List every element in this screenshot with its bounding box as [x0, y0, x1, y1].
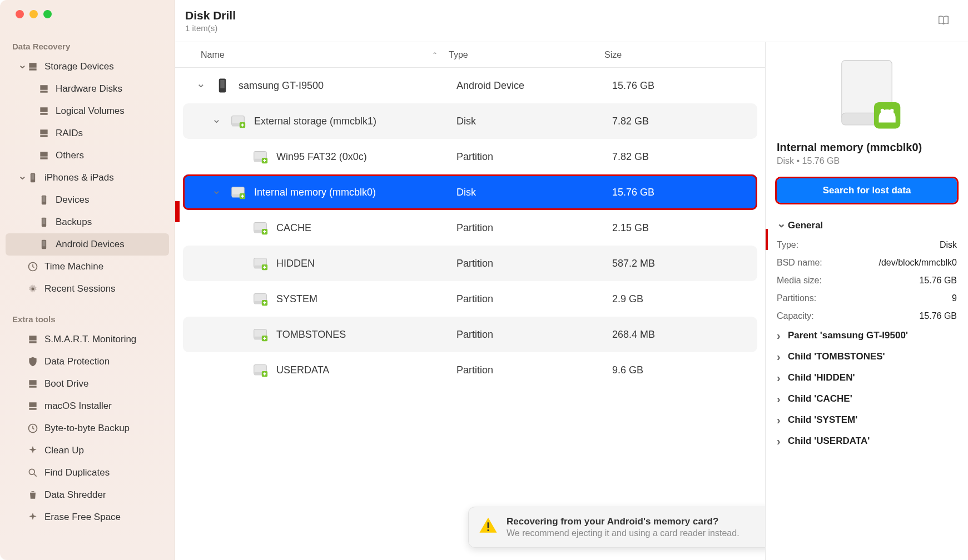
- sidebar-item-data-shredder[interactable]: Data Shredder: [6, 484, 169, 506]
- row-size: 587.2 MB: [612, 258, 757, 269]
- sidebar-item-logical-volumes[interactable]: Logical Volumes: [6, 100, 169, 122]
- chevron-right-icon: [777, 393, 785, 404]
- section-child-tombstones[interactable]: Child 'TOMBSTONES': [777, 346, 957, 367]
- section-child-cache[interactable]: Child 'CACHE': [777, 388, 957, 409]
- phone-icon: [38, 239, 50, 250]
- disk-icon: [38, 106, 50, 117]
- sidebar-item-time-machine[interactable]: Time Machine: [6, 256, 169, 278]
- details-title: Internal memory (mmcblk0): [777, 141, 957, 154]
- help-icon[interactable]: [936, 14, 951, 28]
- row-size: 15.76 GB: [612, 187, 757, 198]
- sidebar-item-android-devices[interactable]: Android Devices: [6, 233, 169, 256]
- table-row[interactable]: Internal memory (mmcblk0)Disk15.76 GB: [183, 174, 757, 210]
- row-type: Disk: [456, 187, 612, 198]
- column-name[interactable]: Name ⌃: [175, 50, 449, 60]
- chevron-down-icon[interactable]: [212, 116, 222, 127]
- row-size: 7.82 GB: [612, 116, 757, 127]
- table-row[interactable]: Win95 FAT32 (0x0c)Partition7.82 GB: [183, 139, 757, 174]
- disk-icon: [27, 61, 39, 72]
- sidebar-item-backups[interactable]: Backups: [6, 211, 169, 233]
- sidebar-item-label: Devices: [56, 194, 89, 206]
- phone-icon: [214, 77, 231, 94]
- table-row[interactable]: HIDDENPartition587.2 MB: [183, 246, 757, 281]
- sidebar-item-hardware-disks[interactable]: Hardware Disks: [6, 78, 169, 100]
- toast-title: Recovering from your Android's memory ca…: [507, 516, 739, 527]
- chevron-right-icon: [777, 436, 785, 447]
- sidebar-item-byte-backup[interactable]: Byte-to-byte Backup: [6, 417, 169, 439]
- toast-body: We recommend ejecting it and using a car…: [507, 528, 739, 538]
- phone-icon: [38, 194, 50, 206]
- sidebar-item-erase-free-space[interactable]: Erase Free Space: [6, 506, 169, 528]
- sidebar-item-clean-up[interactable]: Clean Up: [6, 439, 169, 462]
- selected-drive-icon: [831, 56, 903, 133]
- table-row[interactable]: samsung GT-I9500Android Device15.76 GB: [183, 68, 757, 103]
- column-size[interactable]: Size: [604, 50, 765, 60]
- sort-ascending-icon: ⌃: [432, 51, 449, 59]
- section-extra-tools: Extra tools: [0, 310, 175, 328]
- row-type: Disk: [456, 116, 612, 127]
- close-window-button[interactable]: [16, 10, 24, 18]
- sidebar-item-macos-installer[interactable]: macOS Installer: [6, 395, 169, 417]
- section-data-recovery: Data Recovery: [0, 37, 175, 56]
- phone-icon: [27, 172, 39, 183]
- sidebar-item-label: Android Devices: [56, 239, 125, 250]
- table-row[interactable]: SYSTEMPartition2.9 GB: [183, 281, 757, 317]
- sidebar-item-devices[interactable]: Devices: [6, 189, 169, 211]
- row-name: CACHE: [276, 222, 311, 234]
- table-row[interactable]: External storage (mmcblk1)Disk7.82 GB: [183, 103, 757, 139]
- table-row[interactable]: USERDATAPartition9.6 GB: [183, 352, 757, 388]
- sidebar-item-label: Logical Volumes: [56, 106, 125, 117]
- row-name: HIDDEN: [276, 258, 315, 269]
- sidebar-item-smart[interactable]: S.M.A.R.T. Monitoring: [6, 328, 169, 351]
- chevron-down-icon: [777, 220, 785, 231]
- sidebar-item-boot-drive[interactable]: Boot Drive: [6, 373, 169, 395]
- search-for-lost-data-button[interactable]: Search for lost data: [777, 178, 957, 203]
- item-count: 1 item(s): [185, 23, 236, 33]
- row-name: Win95 FAT32 (0x0c): [276, 151, 367, 163]
- chevron-down-icon: [18, 61, 26, 72]
- details-pane: Internal memory (mmcblk0) Disk • 15.76 G…: [765, 42, 968, 560]
- disk-icon: [27, 401, 39, 412]
- sidebar-item-iphones-ipads[interactable]: iPhones & iPads: [6, 167, 169, 189]
- chevron-down-icon: [18, 172, 26, 183]
- section-child-userdata[interactable]: Child 'USERDATA': [777, 431, 957, 452]
- section-general[interactable]: General: [777, 215, 957, 236]
- chart-icon: [27, 334, 39, 345]
- sidebar-item-recent-sessions[interactable]: Recent Sessions: [6, 278, 169, 300]
- table-row[interactable]: TOMBSTONESPartition268.4 MB: [183, 317, 757, 352]
- warning-icon: [479, 516, 498, 535]
- sidebar-item-label: Others: [56, 150, 84, 161]
- sidebar-item-label: Recent Sessions: [44, 283, 116, 294]
- sidebar-item-data-protection[interactable]: Data Protection: [6, 351, 169, 373]
- table-row[interactable]: CACHEPartition2.15 GB: [183, 210, 757, 246]
- sidebar-item-label: Byte-to-byte Backup: [44, 423, 130, 434]
- row-type: Partition: [456, 222, 612, 234]
- drive-icon: [252, 362, 269, 378]
- section-parent[interactable]: Parent 'samsung GT-I9500': [777, 325, 957, 346]
- row-type: Partition: [456, 151, 612, 163]
- sidebar-item-raids[interactable]: RAIDs: [6, 122, 169, 144]
- sidebar-item-label: S.M.A.R.T. Monitoring: [44, 334, 136, 345]
- column-type[interactable]: Type: [449, 50, 604, 60]
- row-type: Partition: [456, 293, 612, 305]
- toast: Recovering from your Android's memory ca…: [468, 507, 802, 548]
- zoom-window-button[interactable]: [43, 10, 52, 18]
- main-column: Disk Drill 1 item(s) Name ⌃ Type Size sa…: [175, 0, 968, 560]
- chevron-right-icon: [777, 414, 785, 426]
- minimize-window-button[interactable]: [29, 10, 38, 18]
- row-type: Partition: [456, 364, 612, 376]
- sidebar-item-others[interactable]: Others: [6, 144, 169, 167]
- section-child-hidden[interactable]: Child 'HIDDEN': [777, 367, 957, 388]
- sparkle-icon: [27, 445, 39, 456]
- chevron-right-icon: [777, 330, 785, 341]
- sidebar-item-label: Find Duplicates: [44, 467, 110, 478]
- row-size: 9.6 GB: [612, 364, 757, 376]
- trash-icon: [27, 489, 39, 501]
- sidebar-item-label: Data Shredder: [44, 489, 106, 501]
- section-child-system[interactable]: Child 'SYSTEM': [777, 409, 957, 431]
- sidebar-item-label: Clean Up: [44, 445, 84, 456]
- sidebar-item-storage-devices[interactable]: Storage Devices: [6, 56, 169, 78]
- chevron-down-icon[interactable]: [212, 187, 222, 198]
- sidebar-item-find-duplicates[interactable]: Find Duplicates: [6, 462, 169, 484]
- chevron-down-icon[interactable]: [196, 80, 206, 91]
